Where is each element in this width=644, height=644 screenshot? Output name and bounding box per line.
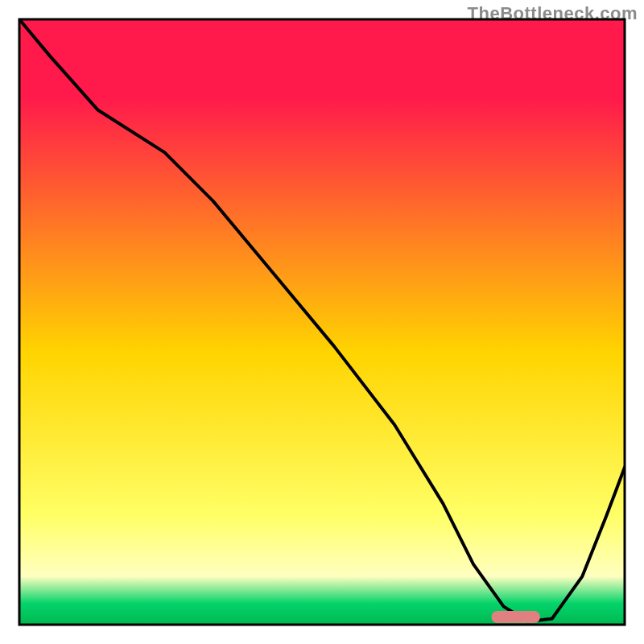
chart-container: TheBottleneck.com [0,0,644,644]
optimal-range-marker [492,611,540,623]
bottleneck-curve-chart [0,0,644,644]
plot-frame [19,19,625,625]
